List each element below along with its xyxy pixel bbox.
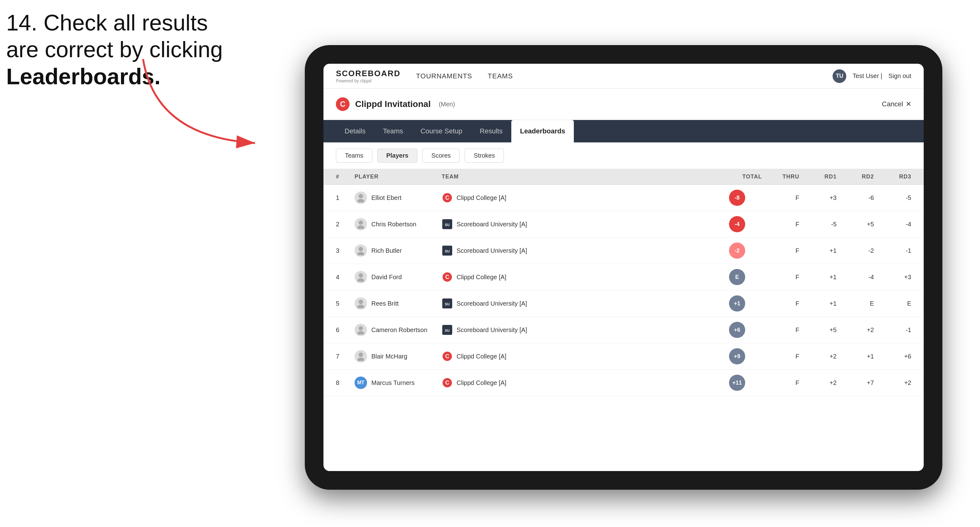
- rd3-2: -4: [874, 221, 911, 228]
- tab-teams[interactable]: Teams: [374, 120, 412, 143]
- tournament-title: Clippd Invitational: [355, 99, 431, 109]
- thru-1: F: [762, 194, 799, 202]
- tab-course-setup[interactable]: Course Setup: [412, 120, 471, 143]
- thru-8: F: [762, 379, 799, 386]
- svg-point-13: [359, 273, 363, 278]
- col-player: PLAYER: [355, 173, 442, 180]
- total-2: -4: [712, 216, 762, 232]
- filter-strokes-button[interactable]: Strokes: [465, 149, 504, 163]
- svg-point-22: [357, 331, 364, 335]
- col-rd3: RD3: [874, 173, 911, 180]
- rank-1: 1: [336, 194, 355, 202]
- team-logo-3: SU: [442, 245, 453, 256]
- avatar-1: [355, 192, 367, 204]
- nav-teams[interactable]: TEAMS: [488, 72, 513, 80]
- table-row: 6 Cameron Robertson SU Scoreboard Univer…: [323, 317, 924, 343]
- logo-text: SCOREBOARD: [336, 69, 401, 78]
- filter-teams-button[interactable]: Teams: [336, 149, 372, 163]
- svg-text:C: C: [445, 195, 449, 201]
- player-6: Cameron Robertson: [355, 324, 442, 336]
- team-logo-8: C: [442, 377, 453, 388]
- col-rank: #: [336, 173, 355, 180]
- rd2-3: -2: [837, 247, 874, 254]
- svg-point-18: [357, 305, 364, 308]
- rd1-1: +3: [799, 194, 837, 202]
- score-badge-8: +11: [729, 375, 745, 391]
- player-1: Elliot Ebert: [355, 192, 442, 204]
- total-1: -8: [712, 190, 762, 206]
- tablet-screen: SCOREBOARD Powered by clippd TOURNAMENTS…: [323, 64, 924, 471]
- close-icon: ✕: [906, 100, 911, 108]
- thru-4: F: [762, 274, 799, 281]
- rd3-8: +2: [874, 379, 911, 386]
- total-6: +6: [712, 322, 762, 338]
- nav-tournaments[interactable]: TOURNAMENTS: [416, 72, 473, 80]
- thru-3: F: [762, 247, 799, 254]
- tablet-frame: SCOREBOARD Powered by clippd TOURNAMENTS…: [305, 45, 942, 490]
- thru-5: F: [762, 300, 799, 307]
- filter-players-button[interactable]: Players: [377, 149, 417, 163]
- team-6: SU Scoreboard University [A]: [442, 324, 712, 335]
- rd1-5: +1: [799, 300, 837, 307]
- rd3-3: -1: [874, 247, 911, 254]
- tournament-header: C Clippd Invitational (Men) Cancel ✕: [323, 89, 924, 120]
- player-2: Chris Robertson: [355, 218, 442, 230]
- rd3-7: +6: [874, 353, 911, 360]
- table-row: 7 Blair McHarg C Clippd College [A] +9: [323, 343, 924, 370]
- team-8: C Clippd College [A]: [442, 377, 712, 388]
- annotation-text: 14. Check all results are correct by cli…: [6, 10, 223, 90]
- score-badge-6: +6: [729, 322, 745, 338]
- tab-leaderboards[interactable]: Leaderboards: [511, 120, 574, 143]
- team-logo-1: C: [442, 192, 453, 203]
- rd2-6: +2: [837, 327, 874, 333]
- svg-point-9: [359, 247, 363, 251]
- team-logo-2: SU: [442, 219, 453, 230]
- filter-scores-button[interactable]: Scores: [422, 149, 460, 163]
- score-badge-1: -8: [729, 190, 745, 206]
- rd2-8: +7: [837, 379, 874, 386]
- avatar-4: [355, 271, 367, 283]
- team-4: C Clippd College [A]: [442, 271, 712, 283]
- filter-bar: Teams Players Scores Strokes: [323, 143, 924, 169]
- score-badge-2: -4: [729, 216, 745, 232]
- nav-signout[interactable]: Sign out: [889, 73, 911, 79]
- rd2-7: +1: [837, 353, 874, 360]
- table-row: 3 Rich Butler SU Scoreboard University […: [323, 238, 924, 264]
- total-5: +1: [712, 295, 762, 311]
- svg-text:SU: SU: [445, 302, 449, 306]
- col-rd2: RD2: [837, 173, 874, 180]
- player-4: David Ford: [355, 271, 442, 283]
- col-total: TOTAL: [712, 173, 762, 180]
- svg-point-17: [359, 300, 363, 304]
- table-row: 2 Chris Robertson SU Scoreboard Universi…: [323, 211, 924, 238]
- tournament-icon: C: [336, 97, 350, 111]
- svg-point-14: [357, 278, 364, 282]
- table-header: # PLAYER TEAM TOTAL THRU RD1 RD2 RD3: [323, 169, 924, 185]
- score-badge-7: +9: [729, 348, 745, 364]
- rd1-7: +2: [799, 353, 837, 360]
- rd3-1: -5: [874, 194, 911, 202]
- rd2-5: E: [837, 300, 874, 307]
- col-rd1: RD1: [799, 173, 837, 180]
- top-nav: SCOREBOARD Powered by clippd TOURNAMENTS…: [323, 64, 924, 89]
- tab-details[interactable]: Details: [336, 120, 374, 143]
- avatar-8: MT: [355, 376, 367, 389]
- thru-6: F: [762, 327, 799, 333]
- svg-point-10: [357, 252, 364, 255]
- rd2-2: +5: [837, 221, 874, 228]
- svg-text:C: C: [445, 274, 449, 280]
- tab-bar: Details Teams Course Setup Results Leade…: [323, 120, 924, 143]
- total-4: E: [712, 269, 762, 285]
- logo-sub: Powered by clippd: [336, 78, 401, 83]
- cancel-button[interactable]: Cancel ✕: [882, 100, 911, 108]
- team-7: C Clippd College [A]: [442, 351, 712, 362]
- thru-2: F: [762, 221, 799, 228]
- logo-area: SCOREBOARD Powered by clippd: [336, 69, 401, 83]
- nav-user-label: Test User |: [853, 73, 882, 79]
- tab-results[interactable]: Results: [471, 120, 511, 143]
- total-7: +9: [712, 348, 762, 364]
- player-8: MT Marcus Turners: [355, 376, 442, 389]
- team-logo-6: SU: [442, 324, 453, 335]
- total-3: -2: [712, 243, 762, 259]
- table-row: 8 MT Marcus Turners C Clippd College [A]…: [323, 370, 924, 396]
